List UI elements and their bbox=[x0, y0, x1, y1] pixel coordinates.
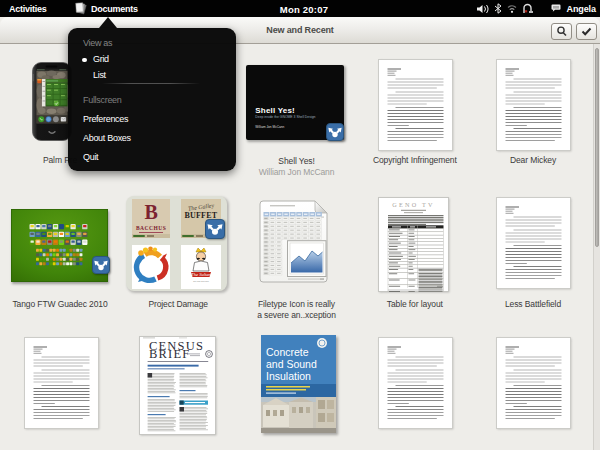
svg-text:Insulation: Insulation bbox=[266, 370, 311, 382]
svg-text:Concrete: Concrete bbox=[266, 346, 309, 358]
svg-text:and Sound: and Sound bbox=[266, 358, 317, 370]
svg-text:fine bar and grill: fine bar and grill bbox=[193, 280, 209, 282]
svg-text:The Sultan: The Sultan bbox=[191, 272, 211, 277]
svg-text:GENO TV: GENO TV bbox=[392, 201, 434, 208]
